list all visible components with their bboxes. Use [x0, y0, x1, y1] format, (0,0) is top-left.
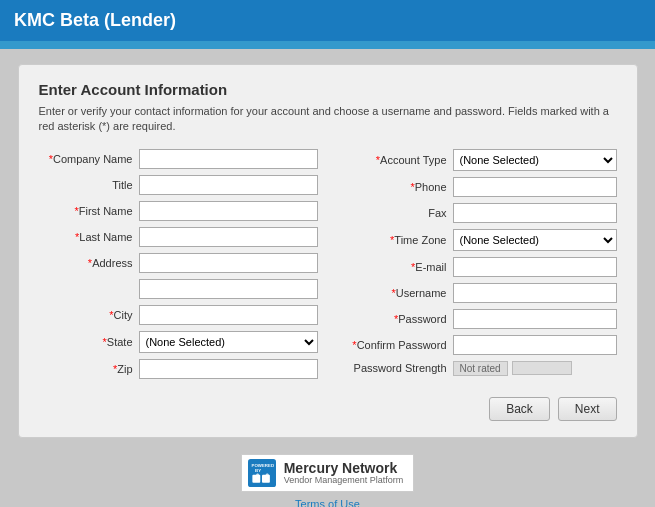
form-container: Enter Account Information Enter or verif…	[18, 64, 638, 438]
first-name-label: *First Name	[39, 205, 139, 217]
email-input[interactable]	[453, 257, 617, 277]
form-description: Enter or verify your contact information…	[39, 104, 617, 135]
puzzle-icon: POWERED BY	[248, 459, 276, 487]
company-name-row: *Company Name	[39, 149, 318, 169]
username-input[interactable]	[453, 283, 617, 303]
account-type-select[interactable]: (None Selected)	[453, 149, 617, 171]
zip-input[interactable]	[139, 359, 318, 379]
city-input[interactable]	[139, 305, 318, 325]
state-row: *State (None Selected)	[39, 331, 318, 353]
company-name-input[interactable]	[139, 149, 318, 169]
svg-text:POWERED: POWERED	[251, 463, 274, 468]
blue-bar	[0, 41, 655, 49]
zip-row: *Zip	[39, 359, 318, 379]
mercury-text-block: Mercury Network Vendor Management Platfo…	[284, 461, 404, 485]
account-type-label: *Account Type	[338, 154, 453, 166]
timezone-row: *Time Zone (None Selected)	[338, 229, 617, 251]
city-row: *City	[39, 305, 318, 325]
address-row: *Address	[39, 253, 318, 273]
timezone-select[interactable]: (None Selected)	[453, 229, 617, 251]
last-name-label: *Last Name	[39, 231, 139, 243]
address-input[interactable]	[139, 253, 318, 273]
phone-label: *Phone	[338, 181, 453, 193]
city-label: *City	[39, 309, 139, 321]
phone-input[interactable]	[453, 177, 617, 197]
strength-bar	[512, 361, 572, 375]
zip-label: *Zip	[39, 363, 139, 375]
form-title: Enter Account Information	[39, 81, 617, 98]
fax-row: Fax	[338, 203, 617, 223]
username-row: *Username	[338, 283, 617, 303]
title-row: Title	[39, 175, 318, 195]
mercury-sub: Vendor Management Platform	[284, 475, 404, 485]
mercury-logo-icon: POWERED BY	[248, 459, 276, 487]
phone-row: *Phone	[338, 177, 617, 197]
mercury-badge: POWERED BY Mercury Network Vendor Manage…	[241, 454, 415, 492]
page-title: KMC Beta (Lender)	[14, 10, 176, 30]
address-label: *Address	[39, 257, 139, 269]
fax-input[interactable]	[453, 203, 617, 223]
password-strength-label: Password Strength	[338, 362, 453, 374]
terms-of-use-link[interactable]: Terms of Use	[295, 498, 360, 507]
back-button[interactable]: Back	[489, 397, 550, 421]
account-type-row: *Account Type (None Selected)	[338, 149, 617, 171]
state-select[interactable]: (None Selected)	[139, 331, 318, 353]
confirm-password-label: *Confirm Password	[338, 339, 453, 351]
next-button[interactable]: Next	[558, 397, 617, 421]
footer: POWERED BY Mercury Network Vendor Manage…	[241, 454, 415, 507]
first-name-row: *First Name	[39, 201, 318, 221]
state-label: *State	[39, 336, 139, 348]
timezone-label: *Time Zone	[338, 234, 453, 246]
password-input[interactable]	[453, 309, 617, 329]
mercury-name: Mercury Network	[284, 461, 404, 475]
confirm-password-row: *Confirm Password	[338, 335, 617, 355]
svg-rect-3	[252, 475, 260, 483]
last-name-row: *Last Name	[39, 227, 318, 247]
title-label: Title	[39, 179, 139, 191]
email-label: *E-mail	[338, 261, 453, 273]
last-name-input[interactable]	[139, 227, 318, 247]
button-row: Back Next	[39, 397, 617, 421]
confirm-password-input[interactable]	[453, 335, 617, 355]
header: KMC Beta (Lender)	[0, 0, 655, 41]
address2-input[interactable]	[139, 279, 318, 299]
username-label: *Username	[338, 287, 453, 299]
company-name-label: *Company Name	[39, 153, 139, 165]
address2-row	[39, 279, 318, 299]
svg-text:BY: BY	[255, 468, 261, 473]
password-strength-row: Password Strength Not rated	[338, 361, 617, 376]
password-row: *Password	[338, 309, 617, 329]
password-label: *Password	[338, 313, 453, 325]
svg-rect-4	[262, 475, 270, 483]
fax-label: Fax	[338, 207, 453, 219]
first-name-input[interactable]	[139, 201, 318, 221]
strength-not-rated: Not rated	[453, 361, 508, 376]
title-input[interactable]	[139, 175, 318, 195]
strength-bar-container: Not rated	[453, 361, 572, 376]
email-row: *E-mail	[338, 257, 617, 277]
